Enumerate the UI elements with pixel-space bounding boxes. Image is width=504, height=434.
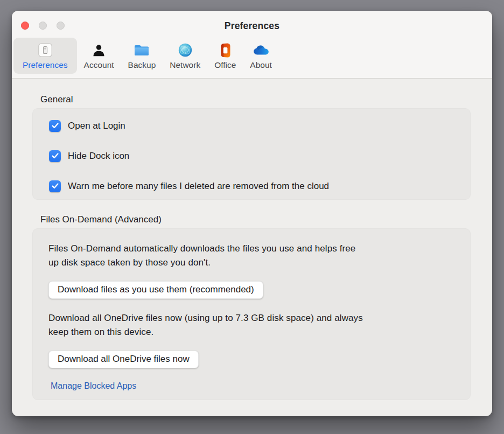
person-icon	[92, 40, 106, 60]
manage-blocked-apps-link[interactable]: Manage Blocked Apps	[51, 381, 454, 391]
preferences-content: General Open at Login Hide Dock icon War…	[12, 79, 492, 416]
window-title: Preferences	[12, 20, 492, 32]
tab-account[interactable]: Account	[77, 38, 121, 74]
files-on-demand-description: Files On-Demand automatically downloads …	[48, 242, 454, 270]
globe-icon	[178, 40, 192, 60]
tab-preferences[interactable]: Preferences	[13, 38, 77, 74]
preferences-window: Preferences Preferences	[12, 11, 492, 416]
files-on-demand-groupbox: Files On-Demand automatically downloads …	[32, 228, 471, 400]
tab-preferences-label: Preferences	[23, 60, 68, 70]
download-all-description: Download all OneDrive files now (using u…	[48, 311, 454, 339]
download-as-used-button[interactable]: Download files as you use them (recommen…	[48, 281, 263, 299]
window-header: Preferences Preferences	[12, 11, 492, 79]
files-on-demand-heading: Files On-Demand (Advanced)	[40, 214, 162, 225]
open-at-login-label: Open at Login	[68, 121, 125, 131]
download-all-button[interactable]: Download all OneDrive files now	[48, 351, 199, 368]
warn-delete-row: Warn me before many files I deleted are …	[49, 180, 454, 192]
tab-backup[interactable]: Backup	[121, 38, 163, 74]
tab-network[interactable]: Network	[163, 38, 207, 74]
onedrive-cloud-icon	[253, 40, 269, 60]
general-groupbox: Open at Login Hide Dock icon Warn me bef…	[32, 108, 471, 200]
warn-delete-label: Warn me before many files I deleted are …	[68, 181, 329, 192]
tab-about[interactable]: About	[243, 38, 279, 74]
warn-delete-checkbox[interactable]	[49, 180, 61, 192]
office-icon	[219, 40, 232, 60]
tab-office-label: Office	[214, 60, 236, 70]
folder-icon	[134, 40, 149, 60]
tab-backup-label: Backup	[128, 60, 156, 70]
general-heading: General	[40, 94, 73, 105]
tab-about-label: About	[250, 60, 272, 70]
hide-dock-icon-label: Hide Dock icon	[68, 151, 129, 162]
open-at-login-checkbox[interactable]	[49, 120, 61, 132]
switch-icon	[38, 40, 52, 60]
hide-dock-icon-row: Hide Dock icon	[49, 150, 454, 162]
hide-dock-icon-checkbox[interactable]	[49, 150, 61, 162]
toolbar-tabs: Preferences Account	[13, 38, 279, 74]
tab-network-label: Network	[170, 60, 200, 70]
open-at-login-row: Open at Login	[49, 120, 454, 132]
tab-office[interactable]: Office	[207, 38, 243, 74]
tab-account-label: Account	[84, 60, 114, 70]
